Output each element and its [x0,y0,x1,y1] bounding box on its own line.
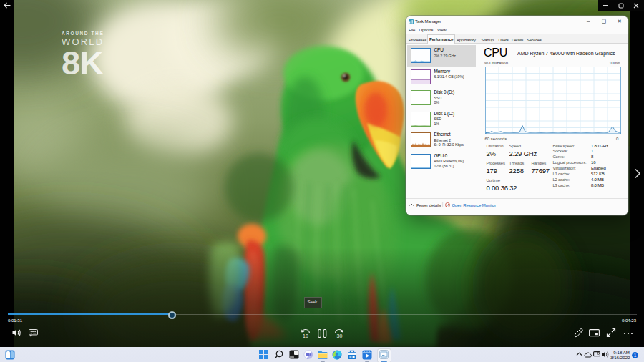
svg-text:30: 30 [337,333,343,338]
svg-text:10: 10 [303,333,308,338]
svg-text:1: 1 [634,352,637,357]
